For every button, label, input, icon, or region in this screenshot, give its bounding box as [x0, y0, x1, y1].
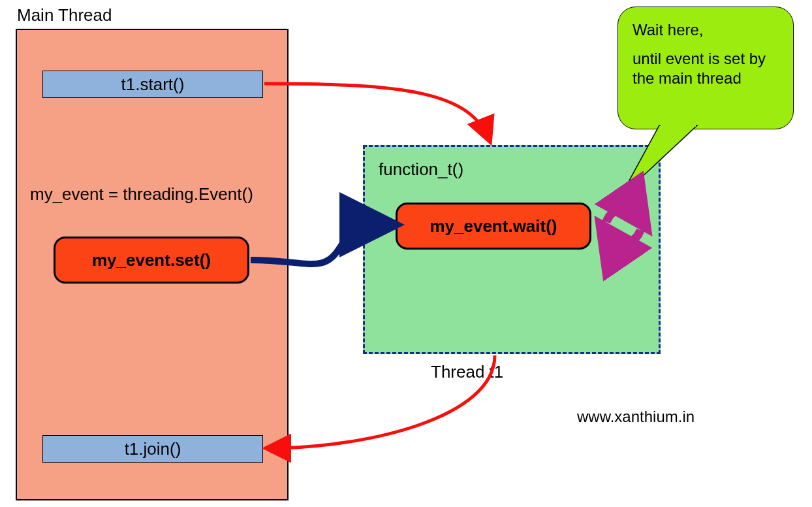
wait-callout: Wait here, until event is set by the mai…	[617, 7, 794, 129]
main-thread-label: Main Thread	[17, 5, 112, 25]
callout-line1: Wait here,	[632, 20, 779, 40]
event-wait-text: my_event.wait()	[429, 216, 557, 237]
website-url: www.xanthium.in	[577, 408, 695, 426]
worker-thread-label: Thread t1	[431, 362, 503, 382]
arrow-start-to-thread	[264, 84, 490, 140]
start-call-text: t1.start()	[121, 74, 185, 95]
event-wait-box: my_event.wait()	[396, 203, 591, 250]
callout-line2: until event is set by the main thread	[632, 49, 779, 88]
start-call-box: t1.start()	[42, 71, 263, 98]
event-declaration-text: my_event = threading.Event()	[30, 184, 253, 204]
event-set-box: my_event.set()	[54, 237, 249, 284]
function-label: function_t()	[379, 159, 463, 180]
join-call-box: t1.join()	[42, 435, 263, 463]
event-set-text: my_event.set()	[92, 250, 211, 270]
join-call-text: t1.join()	[125, 439, 181, 459]
